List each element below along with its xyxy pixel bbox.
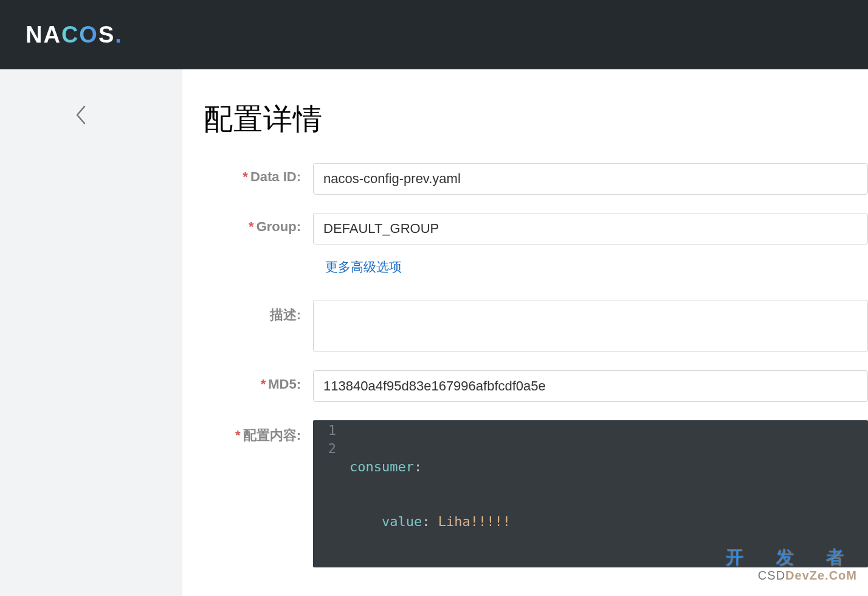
md5-label: *MD5: [204,370,313,392]
group-label: *Group: [204,213,313,235]
md5-input[interactable] [313,370,868,402]
code-gutter: 1 2 [313,421,343,567]
brand-logo: NACOS. [26,22,123,48]
form-row-description: 描述: [204,300,868,352]
data-id-input[interactable] [313,163,868,195]
content-label: *配置内容: [204,420,313,445]
code-content: consumer: value: Liha!!!!! [343,421,511,567]
form-row-data-id: *Data ID: [204,163,868,195]
main-container: 配置详情 *Data ID: *Group: 更多高级选项 描述: *MD5: … [0,69,868,596]
main-content: 配置详情 *Data ID: *Group: 更多高级选项 描述: *MD5: … [182,69,868,596]
sidebar [0,69,182,596]
form-row-md5: *MD5: [204,370,868,402]
description-label: 描述: [204,300,313,324]
form-row-content: *配置内容: 1 2 consumer: value: Liha!!!!! [204,420,868,567]
description-input[interactable] [313,300,868,352]
app-header: NACOS. [0,0,868,69]
advanced-options-link[interactable]: 更多高级选项 [325,258,402,275]
data-id-label: *Data ID: [204,163,313,185]
group-input[interactable] [313,213,868,244]
form-row-group: *Group: [204,213,868,244]
code-editor[interactable]: 1 2 consumer: value: Liha!!!!! [313,420,868,567]
page-title: 配置详情 [204,100,868,139]
back-chevron-icon[interactable] [72,103,90,127]
